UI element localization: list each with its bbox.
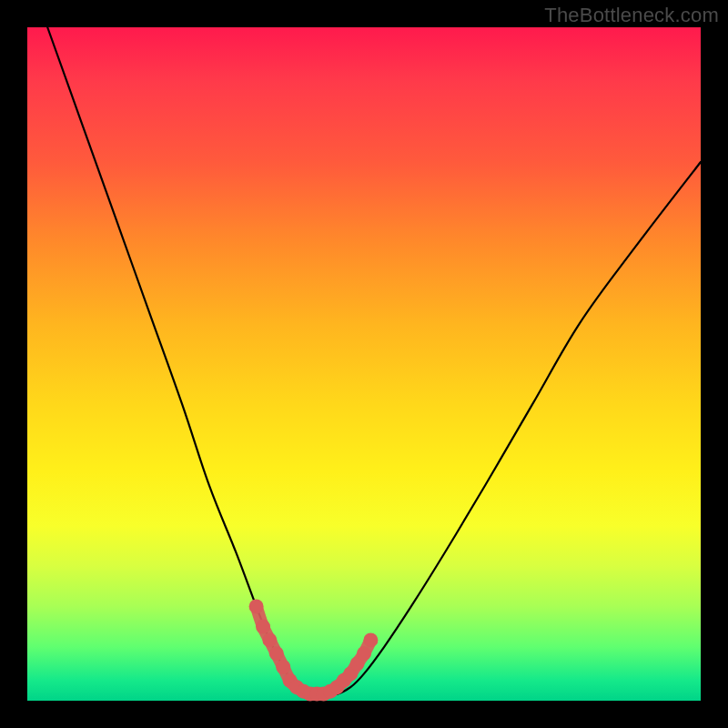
bottleneck-curve [47,27,701,694]
valley-dot [256,620,270,634]
watermark-text: TheBottleneck.com [544,4,719,27]
valley-dot [357,646,371,661]
valley-dot [262,632,277,647]
valley-dot [249,599,264,613]
valley-dot [269,646,284,661]
chart-frame: TheBottleneck.com [0,0,728,728]
plot-area [27,27,701,701]
valley-dot [363,632,378,647]
valley-dot [276,660,290,674]
curve-svg [27,27,701,701]
